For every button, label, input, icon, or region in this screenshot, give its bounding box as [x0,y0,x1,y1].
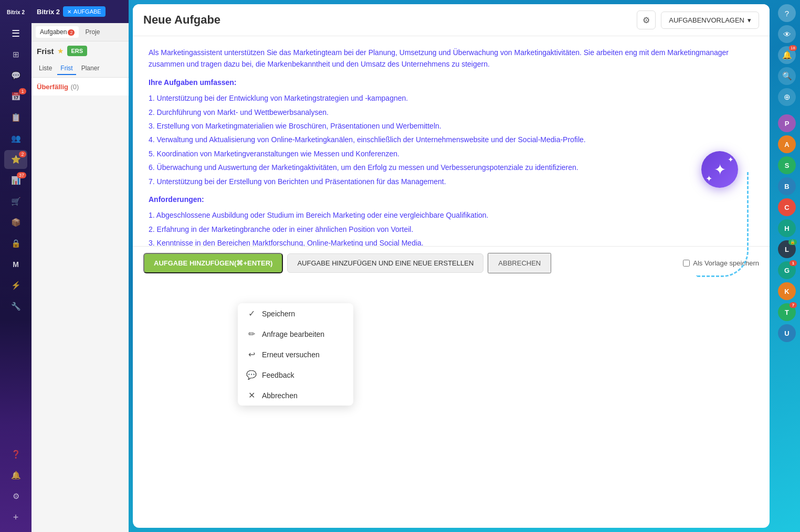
save-template-checkbox[interactable]: Als Vorlage speichern [683,259,759,267]
retry-icon: ↩ [246,349,257,359]
settings-button[interactable]: ⚙ [637,10,656,29]
sidebar-item-contacts[interactable]: 👥 [4,129,27,148]
avatar-9[interactable]: K [778,282,796,300]
dropdown-menu: ✓ Speichern ✏ Anfrage bearbeiten ↩ Erneu… [238,303,353,406]
main-sidebar: Bitrix 2 ☰ ⊞ 💬 📅1 📋 👥 ⭐2 📊37 🛒 📦 🔒 M ⚡ 🔧… [0,0,31,532]
aufgaben-vorlagen-button[interactable]: AUFGABENVORLAGEN ▾ [661,12,759,29]
dropdown-abbrechen[interactable]: ✕ Abbrechen [238,385,353,406]
main-header-right: ⚙ AUFGABENVORLAGEN ▾ [637,10,759,29]
list-item: 5. Koordination von Marketingveranstaltu… [149,148,754,159]
avatar-6[interactable]: H [778,219,796,237]
requirements-list: 1. Abgeschlossene Ausbildung oder Studiu… [149,209,754,246]
avatar-7[interactable]: L 🔒 [778,240,796,258]
overdue-label: Überfällig [37,83,68,91]
list-item: 3. Kenntnisse in den Bereichen Marktfors… [149,237,754,246]
frist-title: Frist [37,47,54,56]
nav-tab-aufgaben[interactable]: Aufgaben2 [36,26,79,38]
list-item: 1. Unterstützung bei der Entwicklung von… [149,92,754,104]
intro-paragraph: Als Marketingassistent unterstützen Sie … [149,47,754,70]
main-content: Neue Aufgabe ⚙ AUFGABENVORLAGEN ▾ Als Ma… [133,4,770,528]
sidebar-item-reports[interactable]: 📊37 [4,171,27,190]
list-item: 4. Verwaltung und Aktualisierung von Onl… [149,134,754,145]
er-button[interactable]: ERS [67,46,88,56]
list-item: 6. Überwachung und Auswertung der Market… [149,162,754,173]
sub-tabs: Liste Frist Planer [31,60,129,78]
sidebar-item-settings[interactable]: ⚙ [4,487,27,506]
edit-icon: ✏ [246,329,257,339]
rs-zoom-button[interactable]: ⊕ [778,88,796,106]
sidebar-item-starred[interactable]: ⭐2 [4,150,27,169]
cancel-button[interactable]: ABBRECHEN [488,253,551,273]
frist-row: Frist ★ ERS [31,41,129,60]
avatar-2[interactable]: A [778,135,796,153]
list-item: 1. Abgeschlossene Ausbildung oder Studiu… [149,209,754,221]
sidebar-item-chat[interactable]: 💬 [4,66,27,85]
sidebar-item-tasks[interactable]: 📋 [4,108,27,127]
rs-search-button[interactable]: 🔍 [778,67,796,85]
avatar-1[interactable]: P [778,114,796,132]
avatar-8[interactable]: G 1 [778,261,796,279]
list-item: 2. Durchführung von Markt- und Wettbewer… [149,107,754,118]
left-panel-header: Bitrix 2 ✕ AUFGABE [31,0,129,23]
bitrix-brand: Bitrix 2 [37,8,60,16]
main-header: Neue Aufgabe ⚙ AUFGABENVORLAGEN ▾ [133,4,770,36]
sidebar-item-calendar[interactable]: 📅1 [4,87,27,106]
dropdown-speichern[interactable]: ✓ Speichern [238,303,353,324]
sub-tab-liste[interactable]: Liste [36,62,55,75]
rs-eye-button[interactable]: 👁 [778,25,796,43]
content-body: Als Marketingassistent unterstützen Sie … [133,36,770,246]
sub-tab-frist[interactable]: Frist [57,62,76,75]
close-icon: ✕ [246,390,257,400]
tasks-heading: Ihre Aufgaben umfassen: [149,77,754,88]
sidebar-item-notif[interactable]: 🔔 [4,466,27,485]
chevron-down-icon: ▾ [748,16,751,24]
left-panel-nav: Aufgaben2 Proje [31,23,129,41]
save-template-label: Als Vorlage speichern [693,259,759,267]
list-item: 2. Erfahrung in der Marketingbranche ode… [149,224,754,235]
content-area: Als Marketingassistent unterstützen Sie … [133,36,770,246]
rs-help-button[interactable]: ? [778,4,796,22]
dropdown-feedback[interactable]: 💬 Feedback [238,365,353,385]
avatar-4[interactable]: B [778,177,796,195]
avatar-3[interactable]: S [778,156,796,174]
dropdown-erneut[interactable]: ↩ Erneut versuchen [238,344,353,365]
right-sidebar: ? 👁 🔔18 🔍 ⊕ P A S B C H L 🔒 G 1 K T 7 U [774,0,800,532]
sidebar-item-store[interactable]: 🛒 [4,192,27,211]
sidebar-item-automation[interactable]: ⚡ [4,276,27,295]
nav-tab-proje[interactable]: Proje [81,26,104,38]
sidebar-item-add[interactable]: + [4,508,27,527]
list-item: 7. Unterstützung bei der Erstellung von … [149,176,754,187]
left-panel: Bitrix 2 ✕ AUFGABE Aufgaben2 Proje Frist… [31,0,129,532]
copilot-button[interactable]: ✦✦ ✦ [701,151,738,188]
sidebar-item-security[interactable]: 🔒 [4,234,27,253]
avatar-5[interactable]: C [778,198,796,216]
avatar-10[interactable]: T 7 [778,303,796,321]
avatar-11[interactable]: U [778,324,796,342]
list-item: 3. Erstellung von Marketingmaterialien w… [149,120,754,132]
sidebar-item-help[interactable]: ❓ [4,445,27,464]
sidebar-item-tools[interactable]: 🔧 [4,297,27,316]
save-template-check[interactable] [683,260,690,267]
overdue-header: Überfällig (0) [31,78,129,95]
tasks-list: 1. Unterstützung bei der Entwicklung von… [149,92,754,187]
star-icon: ★ [57,47,64,55]
bottom-bar: AUFGABE HINZUFÜGEN(⌘+ENTER) AUFGABE HINZ… [133,246,770,280]
check-icon: ✓ [246,308,257,318]
add-task-new-button[interactable]: AUFGABE HINZUFÜGEN UND EINE NEUE ERSTELL… [287,253,483,273]
page-title: Neue Aufgabe [143,13,220,27]
requirements-heading: Anforderungen: [149,194,754,205]
app-logo[interactable]: Bitrix 2 [5,4,26,21]
sidebar-item-menu[interactable]: ☰ [4,24,27,43]
overdue-count: (0) [70,83,79,91]
add-task-button[interactable]: AUFGABE HINZUFÜGEN(⌘+ENTER) [143,253,283,273]
content-text: Als Marketingassistent unterstützen Sie … [149,47,754,246]
feedback-icon: 💬 [246,370,257,380]
sidebar-item-dashboard[interactable]: ⊞ [4,45,27,64]
dropdown-anfrage[interactable]: ✏ Anfrage bearbeiten [238,324,353,344]
sub-tab-planer[interactable]: Planer [78,62,103,75]
aufgabe-tab[interactable]: ✕ AUFGABE [63,6,106,17]
rs-bell-button[interactable]: 🔔18 [778,46,796,64]
sidebar-item-crm[interactable]: 📦 [4,213,27,232]
sidebar-item-marketing[interactable]: M [4,255,27,274]
